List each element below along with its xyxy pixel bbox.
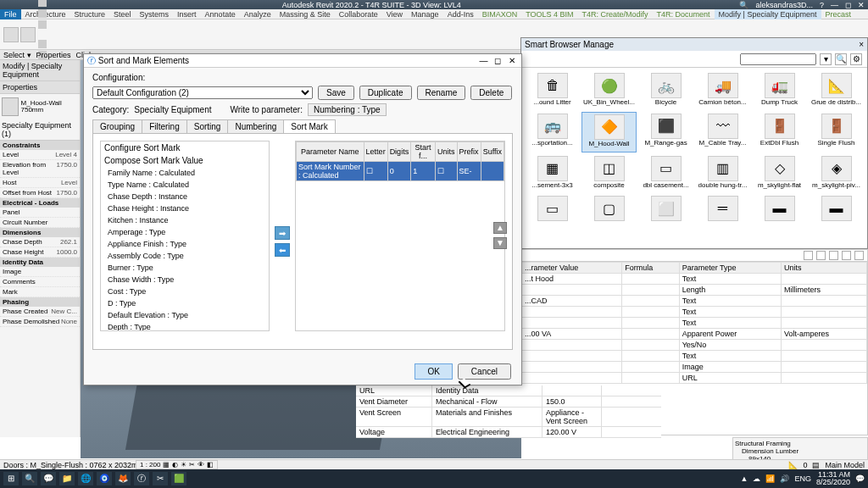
family-item[interactable]: 🚪Single Flush (809, 112, 864, 152)
ribbon-tab[interactable]: Insert (173, 9, 201, 19)
param-option[interactable]: Assembly Code : Type (101, 250, 269, 262)
taskbar-icon[interactable]: 🧿 (97, 472, 112, 485)
taskbar-icon[interactable]: 💬 (41, 472, 56, 485)
ribbon-tab[interactable]: Precast (821, 9, 856, 19)
close-icon[interactable]: ✕ (506, 56, 518, 65)
family-item[interactable]: ⬛M_Range-gas (638, 112, 693, 152)
close-icon[interactable]: ✕ (858, 1, 865, 9)
prop-row[interactable]: Mark (0, 287, 80, 297)
table-row[interactable]: ...00 VAApparent PowerVolt-amperes (522, 329, 867, 340)
delete-button[interactable]: Delete (470, 86, 512, 100)
param-option[interactable]: Default Elevation : Type (101, 309, 269, 321)
properties-label[interactable]: Properties (36, 51, 71, 59)
family-item[interactable]: ▭dbl casement... (638, 154, 693, 193)
ribbon-tab[interactable]: Manage (407, 9, 443, 19)
param-option[interactable]: Chase Height : Instance (101, 202, 269, 214)
ribbon-tab[interactable]: Analyze (240, 9, 275, 19)
prop-row[interactable]: Panel (0, 208, 80, 218)
save-button[interactable]: Save (318, 86, 354, 100)
config-select[interactable]: Default Configuration (2) (92, 86, 313, 99)
search-icon[interactable]: 🔍 (739, 1, 748, 9)
family-item[interactable]: ◫composite (581, 154, 637, 193)
table-row[interactable]: Yes/No (522, 340, 867, 351)
save-icon[interactable] (829, 251, 838, 260)
prop-row[interactable]: HostLevel (0, 178, 80, 188)
param-option[interactable]: Amperage : Type (101, 226, 269, 238)
paste-icon[interactable] (20, 27, 36, 42)
view-controls[interactable]: 1 : 200 ▦◐☀✂👁◧ (136, 460, 218, 469)
param-option[interactable]: Appliance Finish : Type (101, 238, 269, 250)
cancel-button[interactable]: Cancel (458, 363, 511, 380)
ribbon-tab[interactable]: T4R: Document (653, 9, 715, 19)
table-row[interactable]: URL (522, 373, 867, 384)
family-item[interactable]: 🚛Dump Truck (752, 71, 807, 110)
maximize-icon[interactable]: ◻ (492, 56, 504, 65)
ribbon-tab[interactable]: View (382, 9, 407, 19)
parameter-source-list[interactable]: Configure Sort Mark Compose Sort Mark Va… (100, 141, 270, 331)
family-item[interactable]: 🟢UK_Bin_Wheel... (581, 71, 637, 110)
table-row[interactable]: Text (522, 351, 867, 362)
sound-icon[interactable]: 🔊 (780, 474, 789, 483)
scale-control[interactable]: 1 : 200 (140, 461, 160, 469)
prop-row[interactable]: Phase DemolishedNone (0, 317, 80, 327)
move-left-button[interactable]: ⬅ (275, 243, 290, 257)
prop-row[interactable]: Elevation from Level1750.0 (0, 160, 80, 178)
family-item[interactable]: ▬ (752, 194, 807, 225)
param-option[interactable]: Chase Width : Type (101, 274, 269, 286)
taskbar-icon[interactable]: 🦊 (115, 472, 131, 485)
param-option[interactable]: D : Type (101, 297, 269, 309)
prop-row[interactable]: Phase CreatedNew C... (0, 307, 80, 317)
ribbon-tab[interactable]: File (0, 9, 21, 19)
table-row[interactable]: LengthMillimeters (522, 285, 867, 296)
type-selector[interactable]: Specialty Equipment (1) (0, 119, 80, 141)
rename-button[interactable]: Rename (417, 86, 466, 100)
family-item[interactable]: ▥double hung-tr... (695, 154, 750, 193)
ribbon-tab[interactable]: Collaborate (335, 9, 382, 19)
param-option[interactable]: Chase Depth : Instance (101, 191, 269, 202)
clock-date[interactable]: 8/25/2020 (816, 479, 850, 486)
prop-row[interactable]: Offset from Host1750.0 (0, 188, 80, 198)
dialog-tab[interactable]: Numbering (227, 119, 284, 133)
taskbar-icon[interactable]: 🔍 (22, 472, 37, 485)
taskbar-icon[interactable]: 🌐 (78, 472, 93, 485)
param-option[interactable]: Burner : Type (101, 262, 269, 274)
prop-row[interactable]: Chase Height1000.0 (0, 247, 80, 258)
family-item[interactable]: ◈m_skylight-piv... (809, 154, 864, 193)
lang-indicator[interactable]: ENG (794, 474, 811, 483)
ribbon-tab[interactable]: BIMAXON (478, 9, 522, 19)
param-option[interactable]: Type Name : Calculated (101, 179, 269, 191)
folder-icon[interactable] (804, 251, 813, 260)
ribbon-tab[interactable]: Systems (136, 9, 174, 19)
dialog-tab[interactable]: Sort Mark (283, 119, 335, 133)
modify-icon[interactable] (3, 27, 19, 42)
prop-row[interactable]: LevelLevel 4 (0, 150, 80, 160)
prop-row[interactable]: Comments (0, 277, 80, 287)
family-item[interactable]: 🔶M_Hood-Wall (581, 112, 637, 152)
taskbar-icon[interactable]: ⊞ (3, 472, 19, 485)
table-row[interactable]: Vent DiameterMechanical - Flow150.0 (356, 396, 661, 408)
family-item[interactable]: 🗑...ound Litter (525, 71, 580, 110)
ribbon-tab[interactable]: TOOLS 4 BIM (521, 9, 577, 19)
table-row[interactable]: ...t HoodText (522, 274, 867, 285)
dialog-tab[interactable]: Sorting (186, 119, 229, 133)
ok-button[interactable]: OK (415, 363, 452, 380)
move-up-button[interactable]: ▲ (493, 222, 507, 234)
param-option[interactable]: Kitchen : Instance (101, 214, 269, 226)
ribbon-tab[interactable]: Massing & Site (275, 9, 335, 19)
prop-row[interactable]: Circuit Number (0, 218, 80, 228)
dialog-tab[interactable]: Grouping (92, 119, 142, 133)
duplicate-button[interactable]: Duplicate (359, 86, 412, 100)
ribbon-tab[interactable]: Annotate (201, 9, 240, 19)
param-option[interactable]: Depth : Type (101, 321, 269, 331)
sort-mark-grid[interactable]: Parameter NameLetterDigitsStart f...Unit… (295, 141, 505, 331)
taskbar-icon[interactable]: 📁 (59, 472, 75, 485)
close-icon[interactable]: × (859, 40, 864, 49)
family-item[interactable]: ▦...sement-3x3 (525, 154, 580, 193)
refresh-icon[interactable] (854, 251, 864, 260)
wifi-icon[interactable]: 📶 (765, 474, 775, 483)
dialog-tab[interactable]: Filtering (142, 119, 187, 133)
minimize-icon[interactable]: — (831, 1, 838, 9)
table-row[interactable]: Vent ScreenMaterials and FinishesApplian… (356, 408, 661, 427)
family-item[interactable]: 📐Grue de distrib... (809, 71, 864, 110)
move-down-button[interactable]: ▼ (493, 237, 507, 249)
